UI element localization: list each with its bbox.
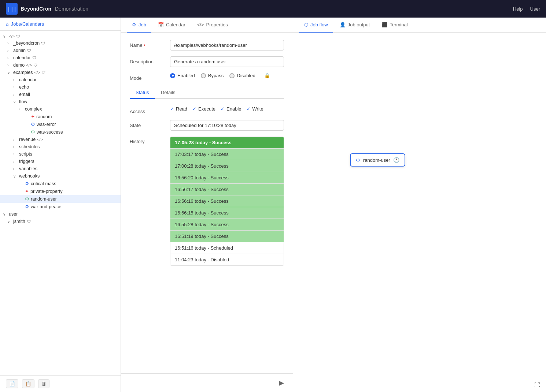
sidebar-item-user[interactable]: ∨ user bbox=[0, 210, 121, 218]
access-row: Access ✓ Read ✓ Execute ✓ Enabl bbox=[130, 106, 284, 114]
workspace-name: Demonstration bbox=[55, 6, 88, 12]
mode-enabled[interactable]: Enabled bbox=[170, 73, 195, 78]
job-node-random-user[interactable]: ⚙ random-user 🕐 bbox=[350, 153, 405, 167]
tab-calendar[interactable]: 📅 Calendar bbox=[153, 18, 191, 33]
sidebar-item-revenue[interactable]: › revenue </> bbox=[0, 136, 121, 143]
history-item-6[interactable]: 16:56:15 today - Success bbox=[170, 207, 284, 219]
history-item-4[interactable]: 16:56:17 today - Success bbox=[170, 184, 284, 195]
sidebar-item-was-success[interactable]: ⚙ was-success bbox=[0, 128, 121, 136]
right-panel-tabs: ⬡ Job flow 👤 Job output ⬛ Terminal bbox=[293, 18, 546, 33]
job-flow-canvas: ⚙ random-user 🕐 bbox=[293, 33, 546, 378]
expand-button[interactable]: ⛶ bbox=[534, 382, 540, 388]
sidebar-item-private-property[interactable]: ✦ private-property bbox=[0, 187, 121, 195]
sidebar-item-variables[interactable]: › variables bbox=[0, 165, 121, 172]
description-input[interactable] bbox=[170, 56, 284, 67]
sidebar-item-email[interactable]: › email bbox=[0, 91, 121, 98]
sidebar-item-flow[interactable]: ∨ flow bbox=[0, 98, 121, 105]
sidebar-tree: ∨ </> 🛡 › _beyondcron 🛡 › admin 🛡 › cale… bbox=[0, 31, 121, 375]
history-item-7[interactable]: 16:55:28 today - Success bbox=[170, 219, 284, 231]
history-item-8[interactable]: 16:51:19 today - Success bbox=[170, 231, 284, 242]
sidebar-item-scripts[interactable]: › scripts bbox=[0, 150, 121, 158]
mode-bypass[interactable]: Bypass bbox=[201, 73, 224, 78]
sidebar-label-user: user bbox=[9, 212, 18, 217]
access-enable-label: Enable bbox=[226, 106, 241, 112]
history-item-9[interactable]: 16:51:16 today - Scheduled bbox=[170, 242, 284, 254]
sidebar-item-examples[interactable]: ∨ examples </> 🛡 bbox=[0, 69, 121, 76]
sidebar-label-ex-calendar: calendar bbox=[19, 77, 37, 82]
sidebar-item-random-user[interactable]: ⚙ random-user bbox=[0, 195, 121, 203]
shield-icon-beyondcron: 🛡 bbox=[41, 41, 45, 45]
sub-tab-status[interactable]: Status bbox=[130, 87, 155, 99]
access-read: ✓ Read bbox=[170, 106, 187, 112]
sidebar-label-schedules: schedules bbox=[19, 144, 40, 149]
sidebar-label-random: random bbox=[36, 114, 52, 119]
code-icon-examples: </> bbox=[34, 70, 40, 75]
sidebar-item-admin[interactable]: › admin 🛡 bbox=[0, 47, 121, 54]
access-label: Access bbox=[130, 106, 170, 114]
history-item-2[interactable]: 17:00:28 today - Success bbox=[170, 160, 284, 172]
access-execute-label: Execute bbox=[198, 106, 215, 112]
admin-chevron: › bbox=[7, 49, 12, 53]
tab-job-output[interactable]: 👤 Job output bbox=[335, 18, 375, 33]
sidebar-item-root[interactable]: ∨ </> 🛡 bbox=[0, 33, 121, 40]
sidebar-item-beyondcron[interactable]: › _beyondcron 🛡 bbox=[0, 40, 121, 47]
lock-icon: 🔒 bbox=[264, 73, 270, 78]
sidebar-label-war-and-peace: war-and-peace bbox=[31, 204, 61, 209]
shield-icon-demo: 🛡 bbox=[33, 63, 37, 67]
sidebar-item-echo[interactable]: › echo bbox=[0, 83, 121, 91]
history-label: History bbox=[130, 137, 170, 144]
sidebar-label-jsmith: jsmith bbox=[13, 219, 25, 224]
check-write: ✓ bbox=[247, 106, 251, 112]
mode-options: Enabled Bypass Disabled 🔒 bbox=[170, 73, 284, 78]
flow-tab-icon: ⬡ bbox=[304, 22, 308, 27]
history-item-1[interactable]: 17:03:17 today - Success bbox=[170, 149, 284, 160]
help-link[interactable]: Help bbox=[513, 6, 523, 12]
sidebar-item-webhooks[interactable]: ∨ webhooks bbox=[0, 172, 121, 180]
sidebar-item-calendar[interactable]: › calendar 🛡 bbox=[0, 54, 121, 61]
tab-job-flow-label: Job flow bbox=[310, 22, 328, 27]
sidebar-label-examples: examples bbox=[13, 70, 33, 75]
tab-terminal[interactable]: ⬛ Terminal bbox=[376, 18, 413, 33]
gear-icon-random: ✦ bbox=[31, 114, 35, 119]
sidebar-item-random[interactable]: ✦ random bbox=[0, 113, 121, 120]
middle-panel: ⚙ Job 📅 Calendar </> Properties Name • bbox=[121, 18, 293, 392]
calendar-tab-icon: 📅 bbox=[158, 22, 164, 27]
schedules-chevron: › bbox=[13, 145, 18, 149]
history-item-10[interactable]: 11:04:23 today - Disabled bbox=[170, 254, 284, 265]
mode-disabled[interactable]: Disabled bbox=[229, 73, 255, 78]
run-button[interactable]: ▶ bbox=[276, 377, 287, 388]
sidebar-item-was-error[interactable]: ⚙ was-error bbox=[0, 120, 121, 128]
tab-job-flow[interactable]: ⬡ Job flow bbox=[299, 18, 333, 33]
new-item-button[interactable]: 📄 bbox=[6, 379, 18, 388]
sidebar-label-revenue: revenue bbox=[19, 137, 36, 142]
sidebar-item-examples-calendar[interactable]: › calendar bbox=[0, 76, 121, 83]
history-item-0[interactable]: 17:05:28 today - Success bbox=[170, 137, 284, 149]
history-item-3[interactable]: 16:56:20 today - Success bbox=[170, 172, 284, 184]
sub-tab-details[interactable]: Details bbox=[155, 87, 181, 99]
sidebar-item-jsmith[interactable]: ∨ jsmith 🛡 bbox=[0, 218, 121, 225]
node-clock-icon: 🕐 bbox=[393, 157, 399, 163]
tab-properties[interactable]: </> Properties bbox=[192, 18, 233, 33]
radio-enabled bbox=[170, 73, 175, 78]
sidebar-item-complex[interactable]: › complex bbox=[0, 105, 121, 113]
tab-job[interactable]: ⚙ Job bbox=[127, 18, 151, 33]
sidebar-item-demo[interactable]: › demo </> 🛡 bbox=[0, 61, 121, 69]
delete-item-button[interactable]: 🗑 bbox=[38, 379, 49, 388]
sidebar: ⌂ Jobs/Calendars ∨ </> 🛡 › _beyondcron 🛡… bbox=[0, 18, 121, 392]
name-label: Name • bbox=[130, 40, 170, 48]
sidebar-item-critical-mass[interactable]: ⚙ critical-mass bbox=[0, 180, 121, 187]
tab-terminal-label: Terminal bbox=[390, 22, 407, 27]
description-row: Description bbox=[130, 56, 284, 67]
sidebar-item-schedules[interactable]: › schedules bbox=[0, 143, 121, 150]
description-field bbox=[170, 56, 284, 67]
user-link[interactable]: User bbox=[530, 6, 540, 12]
tab-calendar-label: Calendar bbox=[166, 22, 185, 27]
sidebar-item-war-and-peace[interactable]: ⚙ war-and-peace bbox=[0, 203, 121, 210]
history-item-5[interactable]: 16:56:16 today - Success bbox=[170, 195, 284, 207]
jobs-calendars-link[interactable]: ⌂ Jobs/Calendars bbox=[6, 21, 115, 27]
name-input[interactable] bbox=[170, 40, 284, 51]
sidebar-item-triggers[interactable]: › triggers bbox=[0, 158, 121, 165]
copy-item-button[interactable]: 📋 bbox=[22, 379, 34, 388]
gear-icon-critical-mass: ⚙ bbox=[25, 181, 29, 186]
calendar-chevron: › bbox=[7, 56, 12, 60]
